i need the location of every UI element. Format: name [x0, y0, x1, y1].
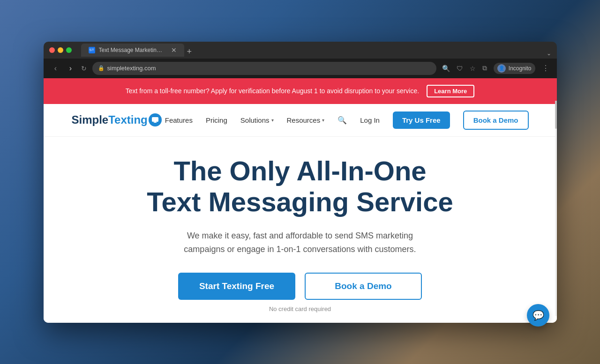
try-us-free-button[interactable]: Try Us Free [393, 111, 450, 129]
minimize-button[interactable] [58, 47, 63, 53]
close-button[interactable] [49, 47, 55, 53]
url-text: simpletexting.com [107, 65, 156, 72]
navbar: SimpleTexting Features Pricing Solutions… [44, 104, 557, 137]
refresh-button[interactable]: ↻ [81, 65, 87, 72]
logo-icon [149, 113, 162, 126]
new-tab-button[interactable]: + [187, 47, 192, 57]
profile-button[interactable]: 👤 Incognito [494, 63, 535, 74]
hero-title: The Only All-In-One Text Messaging Servi… [147, 156, 453, 218]
tab-bar: ST Text Message Marketing Platfo... ✕ + … [81, 44, 551, 57]
nav-links: Features Pricing Solutions ▾ Resources ▾… [165, 111, 529, 130]
start-texting-button[interactable]: Start Texting Free [178, 273, 295, 300]
svg-rect-0 [152, 117, 158, 122]
maximize-button[interactable] [66, 47, 72, 53]
active-tab[interactable]: ST Text Message Marketing Platfo... ✕ [81, 44, 184, 57]
book-demo-hero-button[interactable]: Book a Demo [305, 273, 422, 300]
lock-icon: 🔒 [98, 65, 105, 71]
nav-resources[interactable]: Resources ▾ [287, 116, 325, 124]
no-credit-card-text: No credit card required [269, 305, 331, 312]
book-demo-nav-button[interactable]: Book a Demo [463, 111, 529, 130]
search-icon[interactable]: 🔍 [338, 116, 347, 125]
nav-features[interactable]: Features [165, 116, 193, 124]
chat-widget-button[interactable]: 💬 [527, 304, 549, 327]
toolbar-icons: 🔍 🛡 ☆ ⧉ 👤 Incognito ⋮ [442, 63, 549, 74]
hero-buttons: Start Texting Free Book a Demo [178, 273, 422, 300]
browser-menu-button[interactable]: ⋮ [542, 64, 549, 73]
star-icon[interactable]: ☆ [470, 65, 476, 72]
forward-button[interactable]: › [66, 64, 75, 73]
scrollbar[interactable] [555, 101, 557, 316]
nav-pricing[interactable]: Pricing [206, 116, 227, 124]
logo-simple: SimpleTexting [72, 113, 148, 126]
alert-banner: Text from a toll-free number? Apply for … [44, 78, 557, 104]
tab-expand-icon[interactable]: ⌄ [547, 50, 551, 57]
tab-close-icon[interactable]: ✕ [171, 46, 177, 54]
split-icon[interactable]: ⧉ [482, 64, 487, 72]
back-button[interactable]: ‹ [51, 64, 60, 73]
profile-avatar: 👤 [497, 64, 506, 73]
resources-chevron-icon: ▾ [322, 118, 324, 123]
tab-title: Text Message Marketing Platfo... [99, 47, 165, 53]
hero-section: The Only All-In-One Text Messaging Servi… [44, 137, 557, 323]
solutions-chevron-icon: ▾ [271, 118, 274, 123]
traffic-lights [49, 47, 72, 53]
shield-icon[interactable]: 🛡 [457, 65, 463, 72]
learn-more-button[interactable]: Learn More [427, 85, 474, 97]
url-bar[interactable]: 🔒 simpletexting.com [92, 62, 436, 75]
login-link[interactable]: Log In [360, 116, 380, 124]
scrollbar-thumb[interactable] [555, 101, 557, 129]
hero-subtitle: We make it easy, fast and affordable to … [169, 229, 431, 256]
chat-icon: 💬 [532, 310, 544, 321]
profile-label: Incognito [509, 65, 532, 72]
logo[interactable]: SimpleTexting [72, 113, 162, 126]
nav-solutions[interactable]: Solutions ▾ [240, 116, 274, 124]
tab-favicon: ST [89, 47, 95, 53]
zoom-icon[interactable]: 🔍 [442, 65, 450, 72]
webpage: Text from a toll-free number? Apply for … [44, 78, 557, 323]
alert-message: Text from a toll-free number? Apply for … [126, 87, 419, 95]
address-bar: ‹ › ↻ 🔒 simpletexting.com 🔍 🛡 ☆ ⧉ 👤 Inco… [44, 59, 557, 78]
